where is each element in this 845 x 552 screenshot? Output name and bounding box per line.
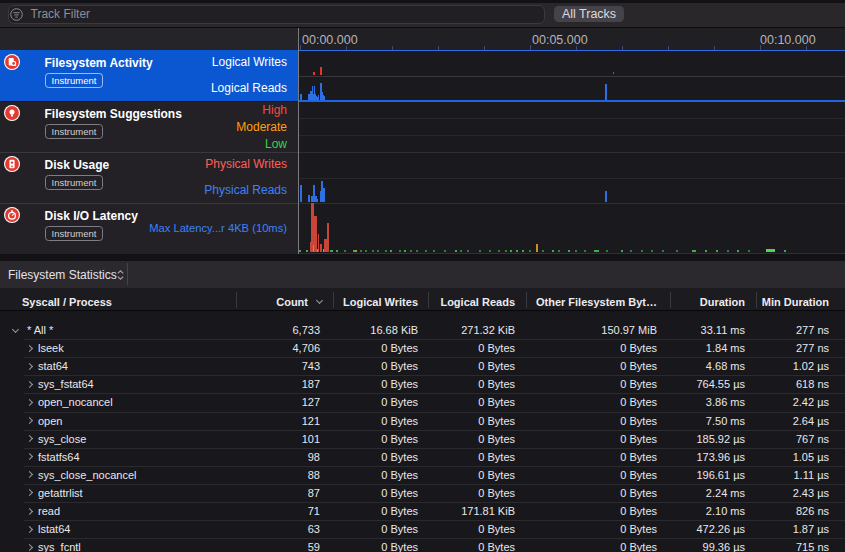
svg-text:00:10.000: 00:10.000 [760,33,816,47]
svg-text:00:00.000: 00:00.000 [302,33,358,47]
svg-text:00:05.000: 00:05.000 [532,33,588,47]
